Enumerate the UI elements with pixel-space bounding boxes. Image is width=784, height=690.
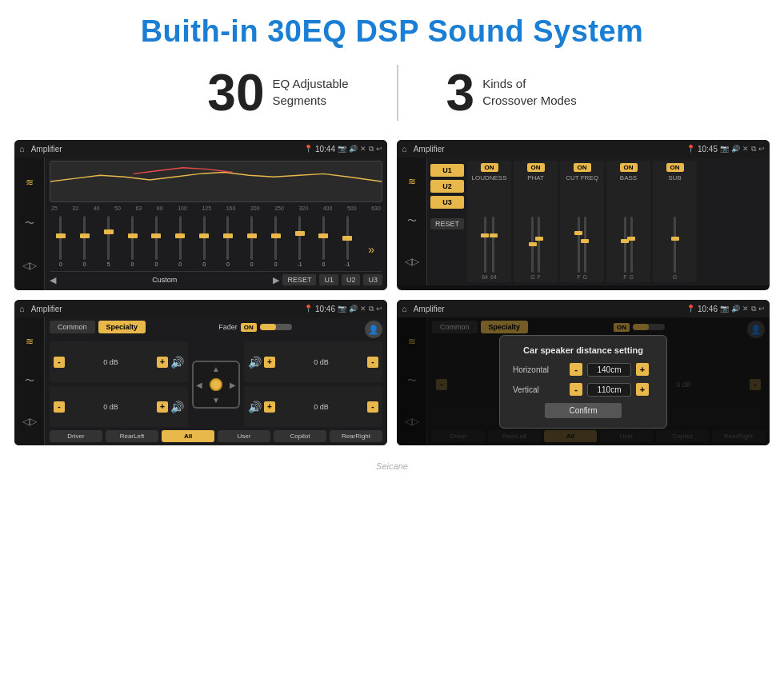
window-icon-3[interactable]: ⧉ — [369, 305, 374, 313]
close-icon-4[interactable]: ✕ — [742, 305, 749, 313]
driver-button[interactable]: Driver — [50, 430, 102, 442]
home-icon-4[interactable]: ⌂ — [402, 304, 407, 313]
camera-icon-4: 📷 — [720, 305, 729, 313]
close-icon[interactable]: ✕ — [360, 145, 366, 153]
screen2-content: ≋ 〜 ◁▷ U1 U2 U3 RESET ON LOUDNESS — [397, 158, 770, 285]
joystick-knob[interactable] — [210, 378, 222, 391]
window-icon-4[interactable]: ⧉ — [751, 305, 756, 313]
sidebar-wave-icon-2[interactable]: 〜 — [407, 214, 417, 228]
fader-11[interactable]: -1 — [289, 216, 311, 267]
cutfreq-sliders: F G — [577, 183, 587, 280]
vertical-plus-btn[interactable]: + — [636, 383, 649, 396]
eq-prev-icon[interactable]: ◀ — [50, 275, 56, 285]
fader-1[interactable]: 0 — [50, 216, 72, 267]
home-icon-2[interactable]: ⌂ — [402, 144, 407, 154]
stat-number-eq: 30 — [207, 67, 264, 118]
fader-9[interactable]: 0 — [241, 216, 263, 267]
band-loudness: ON LOUDNESS 64 64 — [467, 161, 511, 282]
channel-top-right: - 0 dB + 🔊 — [244, 341, 382, 382]
horizontal-value: 140cm — [587, 363, 631, 377]
stat-text-eq: EQ Adjustable Segments — [272, 67, 348, 109]
screen-crossover: ⌂ Amplifier 📍 10:45 📷 🔊 ✕ ⧉ ↩ ≋ 〜 ◁▷ U — [397, 140, 770, 290]
all-button[interactable]: All — [162, 430, 214, 442]
fader-13[interactable]: -1 — [336, 216, 358, 267]
u1-button[interactable]: U1 — [319, 274, 338, 285]
fader-10[interactable]: 0 — [265, 216, 287, 267]
fader-8[interactable]: 0 — [217, 216, 239, 267]
back-icon-4[interactable]: ↩ — [758, 305, 765, 313]
sidebar-vol-icon-3[interactable]: ◁▷ — [22, 416, 37, 427]
sidebar-wave-icon[interactable]: 〜 — [25, 217, 34, 230]
sidebar-eq-icon-2[interactable]: ≋ — [408, 176, 416, 187]
distance-setting-dialog: Car speaker distance setting Horizontal … — [499, 335, 667, 429]
home-icon[interactable]: ⌂ — [19, 144, 25, 154]
horizontal-plus-btn[interactable]: + — [636, 363, 649, 376]
fader-6[interactable]: 0 — [169, 216, 191, 267]
eq-preset-label: Custom — [59, 276, 270, 284]
screen1-time: 10:44 — [315, 145, 335, 154]
tl-minus-btn[interactable]: - — [54, 357, 65, 368]
window-icon-2[interactable]: ⧉ — [751, 145, 756, 154]
specialty-tab[interactable]: Specialty — [98, 321, 146, 333]
sidebar-wave-icon-3[interactable]: 〜 — [25, 374, 34, 388]
vertical-minus-btn[interactable]: - — [570, 383, 582, 396]
fader-3[interactable]: 5 — [98, 216, 120, 267]
tr-plus-btn[interactable]: + — [264, 357, 275, 368]
fader-4[interactable]: 0 — [122, 216, 144, 267]
pin-icon-4: 📍 — [686, 305, 695, 313]
tl-plus-btn[interactable]: + — [157, 357, 168, 368]
rear-right-button[interactable]: RearRight — [330, 430, 382, 442]
u2-button[interactable]: U2 — [342, 274, 361, 285]
home-icon-3[interactable]: ⌂ — [19, 304, 25, 313]
sidebar-vol-icon-2[interactable]: ◁▷ — [405, 256, 419, 267]
reset-button[interactable]: RESET — [282, 274, 316, 285]
phat-on-badge: ON — [527, 163, 545, 172]
sidebar-vol-icon[interactable]: ◁▷ — [22, 260, 37, 271]
confirm-button[interactable]: Confirm — [545, 403, 621, 418]
rear-left-button[interactable]: RearLeft — [106, 430, 158, 442]
tr-minus-btn[interactable]: - — [367, 357, 378, 368]
close-icon-2[interactable]: ✕ — [742, 145, 749, 153]
sidebar-eq-icon[interactable]: ≋ — [26, 177, 34, 188]
eq-next-icon[interactable]: ▶ — [273, 275, 279, 285]
bl-minus-btn[interactable]: - — [54, 401, 65, 413]
page-title: Buith-in 30EQ DSP Sound System — [16, 14, 768, 49]
horizontal-minus-btn[interactable]: - — [570, 363, 582, 376]
page-header: Buith-in 30EQ DSP Sound System — [0, 0, 784, 57]
back-icon-2[interactable]: ↩ — [758, 145, 765, 153]
sub-label: SUB — [668, 174, 681, 181]
speaker-main: Common Specialty Fader ON 👤 - 0 dB — [45, 317, 387, 445]
fader-5[interactable]: 0 — [145, 216, 167, 267]
fader-12[interactable]: 0 — [312, 216, 334, 267]
cross-u3-button[interactable]: U3 — [430, 196, 464, 209]
fader-2[interactable]: 0 — [74, 216, 96, 267]
bl-plus-btn[interactable]: + — [157, 401, 168, 413]
band-cutfreq: ON CUT FREQ F G — [560, 161, 604, 282]
stats-row: 30 EQ Adjustable Segments 3 Kinds of Cro… — [0, 57, 784, 134]
common-tab[interactable]: Common — [50, 321, 95, 333]
copilot-button[interactable]: Copilot — [274, 430, 326, 442]
joystick-outer[interactable]: ▲ ▼ ◀ ▶ — [192, 361, 240, 409]
screen3-topbar: ⌂ Amplifier 📍 10:46 📷 🔊 ✕ ⧉ ↩ — [14, 300, 387, 317]
cutfreq-label: CUT FREQ — [566, 174, 598, 181]
band-phat: ON PHAT G F — [514, 161, 558, 282]
watermark: Seicane — [0, 458, 784, 474]
back-icon[interactable]: ↩ — [376, 145, 382, 153]
br-minus-btn[interactable]: - — [367, 401, 378, 413]
cross-u2-button[interactable]: U2 — [430, 180, 464, 193]
close-icon-3[interactable]: ✕ — [360, 305, 366, 313]
back-icon-3[interactable]: ↩ — [376, 305, 382, 313]
window-icon[interactable]: ⧉ — [369, 145, 374, 154]
fader-more[interactable]: » — [360, 243, 382, 267]
u3-button[interactable]: U3 — [363, 274, 382, 285]
user-button[interactable]: User — [218, 430, 270, 442]
tr-db-label: 0 dB — [278, 358, 365, 366]
joystick-area[interactable]: ▲ ▼ ◀ ▶ — [192, 341, 240, 427]
sidebar-eq-icon-3[interactable]: ≋ — [26, 336, 34, 347]
screen4-content: ≋ 〜 ◁▷ Common Specialty ON 👤 — [397, 317, 770, 445]
cross-reset-button[interactable]: RESET — [430, 218, 464, 229]
fader-7[interactable]: 0 — [193, 216, 215, 267]
screen-speaker: ⌂ Amplifier 📍 10:46 📷 🔊 ✕ ⧉ ↩ ≋ 〜 ◁▷ — [14, 300, 387, 445]
br-plus-btn[interactable]: + — [264, 401, 275, 413]
cross-u1-button[interactable]: U1 — [430, 164, 464, 177]
